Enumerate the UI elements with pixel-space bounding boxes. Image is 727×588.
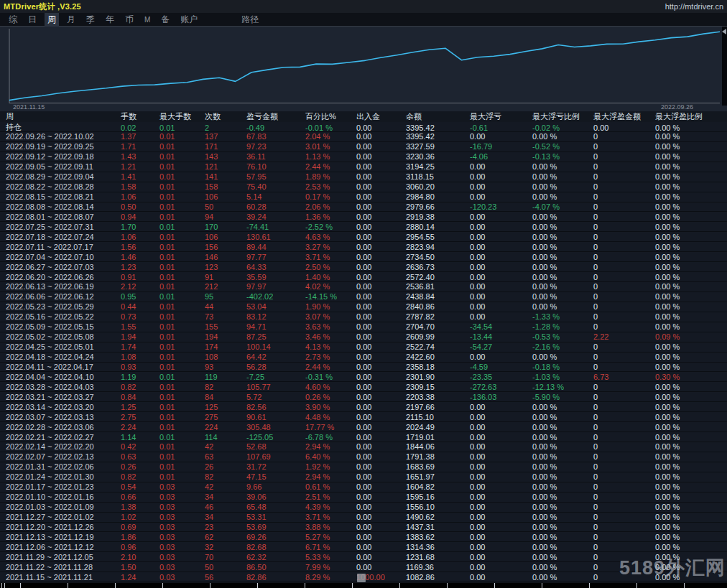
cell: 0.00 (470, 233, 532, 241)
cell: 137 (205, 132, 246, 141)
table-row-43[interactable]: 2021.11.22 ~ 2021.11.281.500.035086.507.… (0, 562, 727, 572)
cell: 0.00 % (655, 223, 727, 231)
table-row-38[interactable]: 2021.12.27 ~ 2022.01.021.020.033453.313.… (0, 513, 727, 523)
collapse-arrow-icon[interactable] (722, 29, 726, 34)
cell: -0.61 (470, 123, 532, 132)
cell: 0.00 % (532, 273, 593, 281)
table-row-3[interactable]: 2022.09.05 ~ 2022.09.111.210.0112176.102… (0, 162, 727, 172)
cell: 1595.16 (406, 493, 470, 501)
table-row-2[interactable]: 2022.09.12 ~ 2022.09.181.430.0114336.111… (0, 152, 727, 162)
cell: 0.00 (356, 233, 406, 241)
app-url-link[interactable]: http://mtdriver.cn (665, 2, 723, 11)
table-row-35[interactable]: 2022.01.17 ~ 2022.01.230.540.03429.660.6… (0, 482, 727, 493)
table-row-32[interactable]: 2022.02.07 ~ 2022.02.130.630.0163107.696… (0, 452, 727, 462)
menu-item-lujing[interactable]: 路径 (239, 13, 261, 27)
cell: 0.00 (356, 482, 406, 491)
week-range: 2022.03.21 ~ 2022.03.27 (6, 393, 121, 401)
table-row-29[interactable]: 2022.02.28 ~ 2022.03.062.240.01224305.48… (0, 422, 727, 432)
table-row-6[interactable]: 2022.08.15 ~ 2022.08.211.060.011065.140.… (0, 192, 727, 202)
table-row-42[interactable]: 2021.11.29 ~ 2021.12.052.100.037062.325.… (0, 552, 727, 562)
cell: 3.63 % (305, 322, 356, 331)
cell: 130.61 (246, 233, 305, 241)
table-row-14[interactable]: 2022.06.20 ~ 2022.06.260.910.019135.591.… (0, 272, 727, 282)
menu-item-yue[interactable]: 月 (64, 13, 78, 27)
table-row-23[interactable]: 2022.04.11 ~ 2022.04.170.930.019356.282.… (0, 363, 727, 373)
cell: 3230.36 (406, 152, 470, 161)
table-row-position[interactable]: 持仓0.020.012-0.49-0.01 %0.003395.42-0.61-… (0, 122, 727, 132)
cell: 0.00 % (655, 172, 727, 181)
table-row-33[interactable]: 2022.01.31 ~ 2022.02.060.260.012631.721.… (0, 462, 727, 472)
cell: 0.00 (470, 513, 532, 521)
cell: 2.50 % (305, 263, 356, 271)
table-row-41[interactable]: 2021.12.06 ~ 2021.12.120.960.033282.686.… (0, 542, 727, 552)
cell: 0.17 % (305, 192, 356, 201)
cell: 0.95 (121, 292, 159, 301)
table-row-0[interactable]: 2022.09.26 ~ 2022.10.021.370.0113767.832… (0, 132, 727, 142)
week-range: 2022.02.28 ~ 2022.03.06 (6, 423, 121, 431)
table-row-18[interactable]: 2022.05.16 ~ 2022.05.220.730.017383.123.… (0, 312, 727, 322)
table-row-1[interactable]: 2022.09.19 ~ 2022.09.251.710.0117197.233… (0, 142, 727, 152)
cell: 2984.80 (406, 192, 470, 201)
cell: 0.00 % (532, 533, 593, 541)
cell: 0 (593, 263, 655, 271)
table-row-5[interactable]: 2022.08.22 ~ 2022.08.281.580.0115875.402… (0, 182, 727, 192)
table-row-21[interactable]: 2022.04.25 ~ 2022.05.011.740.01174100.14… (0, 342, 727, 353)
table-row-26[interactable]: 2022.03.21 ~ 2022.03.270.840.01845.720.2… (0, 392, 727, 402)
table-row-27[interactable]: 2022.03.14 ~ 2022.03.201.250.0112582.563… (0, 402, 727, 412)
table-row-19[interactable]: 2022.05.09 ~ 2022.05.151.550.0115594.713… (0, 322, 727, 332)
table-row-36[interactable]: 2022.01.10 ~ 2022.01.160.660.033439.062.… (0, 493, 727, 503)
table-row-16[interactable]: 2022.06.06 ~ 2022.06.120.950.0195-402.02… (0, 292, 727, 302)
cell: 1791.38 (406, 452, 470, 461)
table-row-40[interactable]: 2021.12.13 ~ 2021.12.191.860.036269.265.… (0, 532, 727, 542)
table-row-17[interactable]: 2022.05.23 ~ 2022.05.290.440.014453.041.… (0, 302, 727, 312)
table-row-25[interactable]: 2022.03.28 ~ 2022.04.030.820.0182105.774… (0, 382, 727, 392)
menu-item-ri[interactable]: 日 (25, 13, 40, 27)
table-row-37[interactable]: 2022.01.03 ~ 2022.01.091.380.034665.484.… (0, 503, 727, 513)
cell: 0 (593, 442, 655, 451)
cell: 2.44 % (305, 162, 356, 171)
cell: 0.00 (470, 172, 532, 181)
table-row-15[interactable]: 2022.06.13 ~ 2022.06.192.120.0121297.974… (0, 282, 727, 292)
table-row-31[interactable]: 2022.02.14 ~ 2022.02.200.420.014252.682.… (0, 442, 727, 452)
table-row-7[interactable]: 2022.08.08 ~ 2022.08.140.500.015060.282.… (0, 202, 727, 213)
table-row-28[interactable]: 2022.03.07 ~ 2022.03.132.750.0127590.614… (0, 412, 727, 422)
cell: 1.89 % (305, 172, 356, 181)
cell: 0.01 (159, 342, 205, 351)
week-range: 2022.06.06 ~ 2022.06.12 (6, 292, 121, 301)
menu-item-zhanghu[interactable]: 账户 (177, 13, 200, 27)
menu-item-bei[interactable]: 备 (158, 13, 172, 27)
cell: 0.73 (121, 312, 159, 321)
table-row-12[interactable]: 2022.07.04 ~ 2022.07.101.460.0114697.773… (0, 252, 727, 262)
table-row-20[interactable]: 2022.05.02 ~ 2022.05.081.940.0119487.253… (0, 332, 727, 342)
cell: 62 (205, 533, 246, 541)
cell: 67.83 (246, 132, 305, 141)
table-row-22[interactable]: 2022.04.18 ~ 2022.04.241.080.0110864.422… (0, 353, 727, 363)
cell: 0.84 (121, 393, 159, 401)
cell: 0 (593, 503, 655, 511)
table-row-39[interactable]: 2021.12.20 ~ 2021.12.260.690.032353.693.… (0, 523, 727, 533)
cell: 0.26 (121, 462, 159, 471)
menu-item-nian[interactable]: 年 (103, 13, 117, 27)
table-row-34[interactable]: 2022.01.24 ~ 2022.01.300.820.018247.152.… (0, 472, 727, 482)
menu-item-zong[interactable]: 综 (6, 13, 20, 27)
week-range: 2022.09.19 ~ 2022.09.25 (6, 142, 121, 151)
menu-item-ji[interactable]: 季 (83, 13, 98, 27)
bottom-column-ruler (0, 583, 727, 588)
menu-item-m[interactable]: M (142, 15, 153, 24)
cell: 82.68 (246, 543, 305, 551)
table-row-4[interactable]: 2022.08.29 ~ 2022.09.041.410.0114157.951… (0, 172, 727, 182)
table-row-11[interactable]: 2022.07.11 ~ 2022.07.171.560.0115689.443… (0, 242, 727, 252)
cell: 1.58 (121, 182, 159, 191)
cell: 0.00 (356, 162, 406, 171)
table-row-13[interactable]: 2022.06.27 ~ 2022.07.031.230.0112364.332… (0, 262, 727, 272)
table-row-10[interactable]: 2022.07.18 ~ 2022.07.241.060.01106130.61… (0, 232, 727, 242)
right-scroll-strip[interactable] (722, 27, 727, 106)
table-row-8[interactable]: 2022.08.01 ~ 2022.08.070.940.019439.241.… (0, 212, 727, 222)
menu-item-bi[interactable]: 币 (122, 13, 136, 27)
table-row-24[interactable]: 2022.04.04 ~ 2022.04.101.190.01119-7.25-… (0, 372, 727, 382)
cell: 1556.10 (406, 503, 470, 511)
cell: 119 (205, 373, 246, 381)
menu-item-zhou[interactable]: 周 (45, 13, 59, 27)
table-row-30[interactable]: 2022.02.21 ~ 2022.02.271.140.01114-125.0… (0, 432, 727, 442)
table-row-9[interactable]: 2022.07.25 ~ 2022.07.311.700.01170-74.41… (0, 222, 727, 232)
